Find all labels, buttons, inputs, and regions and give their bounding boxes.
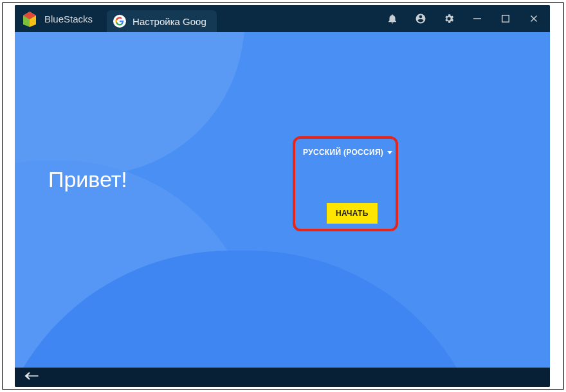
close-icon[interactable] xyxy=(528,13,540,24)
minimize-icon[interactable] xyxy=(471,13,483,24)
google-icon xyxy=(113,15,126,28)
setup-screen: Привет! РУССКИЙ (РОССИЯ) НАЧАТЬ xyxy=(15,32,550,368)
tab-google-setup[interactable]: Настройка Goog xyxy=(107,10,217,32)
maximize-icon[interactable] xyxy=(500,13,511,24)
back-icon[interactable] xyxy=(24,370,39,384)
app-window: BlueStacks Настройка Goog xyxy=(15,5,550,387)
gear-icon[interactable] xyxy=(443,13,455,24)
app-name: BlueStacks xyxy=(44,13,93,24)
greeting-text: Привет! xyxy=(48,167,127,192)
bluestacks-logo-icon xyxy=(21,10,38,27)
chevron-down-icon xyxy=(387,151,392,154)
titlebar: BlueStacks Настройка Goog xyxy=(15,5,550,32)
language-label: РУССКИЙ (РОССИЯ) xyxy=(303,148,383,157)
svg-rect-1 xyxy=(502,15,509,22)
tab-title: Настройка Goog xyxy=(132,16,206,27)
bell-icon[interactable] xyxy=(387,13,398,24)
svg-rect-0 xyxy=(473,18,481,19)
start-button[interactable]: НАЧАТЬ xyxy=(327,203,378,224)
language-selector[interactable]: РУССКИЙ (РОССИЯ) xyxy=(303,148,392,157)
titlebar-controls xyxy=(387,13,546,24)
account-icon[interactable] xyxy=(415,13,426,24)
android-navbar xyxy=(15,368,550,387)
